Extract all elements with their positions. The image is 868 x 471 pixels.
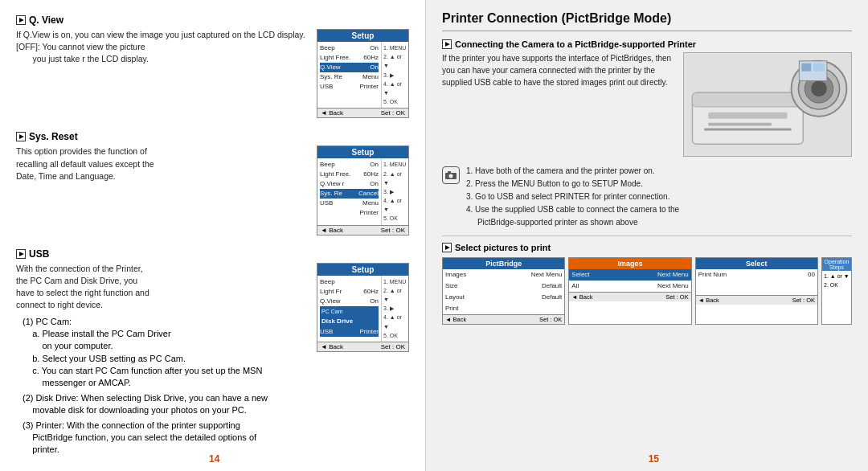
table-row-highlighted: SelectNext Menu [569,269,690,281]
svg-point-13 [449,174,453,178]
setup-row: Q.View rOn [320,179,379,189]
setup-row-highlighted: Sys. ReCancel [320,189,379,199]
qview-setup-footer: ◄ Back Set : OK [317,108,408,117]
sysreset-setup-menu: BeepOn Light Free.60Hz Q.View rOn Sys. R… [317,158,381,224]
qview-setup-menu: BeepOn Light Free.60Hz Q.ViewOn Sys. ReM… [317,42,381,108]
sysreset-setup-box: Setup BeepOn Light Free.60Hz Q.View rOn … [317,145,409,235]
images-table-footer: ◄ Back Set : OK [569,292,690,301]
usb-arrow-icon [16,249,26,259]
usb-setup-menu: Beep Light Fr60Hz Q.ViewOn PC Cam Disk D… [317,276,381,342]
select-table-footer: ◄ Back Set : OK [696,295,817,305]
pictbridge-table-footer: ◄ Back Set : OK [443,314,564,324]
usb-text: With the connection of the Printer, the … [16,263,309,312]
setup-row-highlighted: Q.ViewOn [320,63,379,72]
qview-setup-box: Setup BeepOn Light Free.60Hz Q.ViewOn Sy… [317,29,409,118]
connecting-arrow-icon [442,39,452,49]
connecting-text: If the printer you have supports the int… [442,52,674,157]
setup-row: Q.ViewOn [320,297,379,306]
setup-row: BeepOn [320,43,379,53]
setup-row: Sys. ReMenu [320,72,379,82]
setup-row: BeepOn [320,160,379,170]
sysreset-text: This option provides the function of rec… [16,145,309,182]
table-spacer [696,281,817,295]
table-row: AllNext Menu [569,281,690,292]
pict-tables-container: PictBridge ImagesNext Menu SizeDefault L… [442,257,852,325]
usb-sublists: (1) PC Cam: a. Please install the PC Cam… [23,316,309,457]
steps-list: 1. Have both of the camera and the print… [466,165,679,229]
qview-body: If Q.View is on, you can view the image … [16,29,409,118]
camera-printer-svg [684,53,851,156]
usb-content: With the connection of the Printer, the … [16,263,309,459]
usb-setup-steps: 1. MENU 2. ▲ or ▼ 3. ▶ 4. ▲ or ▼ 5. OK [381,276,408,342]
pictbridge-table-header: PictBridge [443,258,564,269]
svg-rect-14 [448,171,451,174]
pictbridge-table: PictBridge ImagesNext Menu SizeDefault L… [442,257,565,325]
right-panel: Printer Connection (PictBridge Mode) Con… [426,0,868,471]
svg-rect-2 [708,113,787,119]
sysreset-setup-footer: ◄ Back Set : OK [317,225,408,235]
setup-row: Printer [320,208,379,218]
sysreset-setup-header: Setup [317,146,408,158]
operation-steps-content: 1. ▲ or ▼ 2. OK [822,271,851,290]
select-arrow-icon [442,243,452,252]
camera-printer-image [683,52,852,157]
setup-row-highlighted: USBPrinter [320,327,379,337]
page-num-right: 15 [649,453,659,465]
svg-rect-10 [801,63,811,72]
setup-row: USBMenu [320,199,379,208]
sysreset-arrow-icon [16,132,26,141]
sysreset-body: This option provides the function of rec… [16,145,409,235]
setup-row: USBPrinter [320,82,379,92]
svg-rect-1 [692,92,803,107]
svg-rect-4 [704,129,791,131]
usb-section: USB With the connection of the Printer, … [16,248,409,459]
divider [442,236,852,236]
table-row: Print [443,303,564,314]
camera-icon [442,166,460,184]
qview-section: Q. View If Q.View is on, you can view th… [16,14,409,118]
qview-setup-steps: 1. MENU 2. ▲ or ▼ 3. ▶ 4. ▲ or ▼ 5. OK [381,42,408,108]
left-panel: Q. View If Q.View is on, you can view th… [0,0,426,471]
select-table-header: Select [696,258,817,269]
sysreset-section: Sys. Reset This option provides the func… [16,131,409,235]
setup-row: Light Free.60Hz [320,53,379,63]
select-table: Select Print Num00 ◄ Back Set : OK [695,257,818,325]
svg-point-8 [811,80,827,96]
table-row: SizeDefault [443,281,564,292]
page-num-left: 14 [209,453,219,465]
setup-row: PC Cam Disk Drive [320,306,379,327]
setup-row: Light Fr60Hz [320,287,379,297]
connecting-body: If the printer you have supports the int… [442,52,852,157]
usb-body: With the connection of the Printer, the … [16,263,409,459]
operation-steps-header: OperationSteps [822,258,851,271]
setup-row: Beep [320,277,379,287]
select-pictures-title: Select pictures to print [442,243,852,252]
qview-title: Q. View [16,14,409,26]
setup-row: Light Free.60Hz [320,170,379,179]
images-table-header: Images [569,258,690,269]
svg-rect-11 [813,63,825,72]
images-table: Images SelectNext Menu AllNext Menu ◄ Ba… [568,257,691,325]
steps-section: 1. Have both of the camera and the print… [442,165,852,229]
svg-rect-3 [708,123,772,126]
usb-title: USB [16,248,409,260]
usb-setup-box: Setup Beep Light Fr60Hz Q.ViewOn PC Cam … [317,263,409,352]
right-title: Printer Connection (PictBridge Mode) [442,11,852,31]
usb-setup-header: Setup [317,264,408,276]
qview-text: If Q.View is on, you can view the image … [16,29,309,66]
sysreset-setup-steps: 1. MENU 2. ▲ or ▼ 3. ▶ 4. ▲ or ▼ 5. OK [381,158,408,224]
qview-setup-header: Setup [317,30,408,42]
table-row: Print Num00 [696,269,817,281]
connecting-section: Connecting the Camera to a PictBridge-su… [442,39,852,157]
camera-svg-icon [444,170,457,180]
connecting-title: Connecting the Camera to a PictBridge-su… [442,39,852,49]
table-row: LayoutDefault [443,292,564,303]
select-pictures-section: Select pictures to print PictBridge Imag… [442,243,852,325]
operation-steps-box: OperationSteps 1. ▲ or ▼ 2. OK [821,257,852,325]
qview-arrow-icon [16,15,26,25]
sysreset-title: Sys. Reset [16,131,409,142]
usb-setup-footer: ◄ Back Set : OK [317,342,408,351]
table-row: ImagesNext Menu [443,269,564,281]
